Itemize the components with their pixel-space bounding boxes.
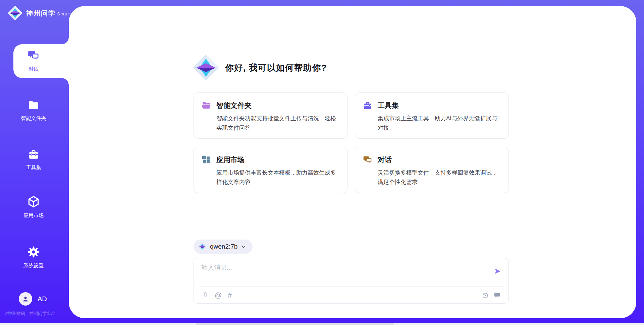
card-toolset[interactable]: 工具集 集成市场上主流工具，助力AI与外界无缝扩展与对接 [355,92,509,139]
sidebar-item-smart-folder[interactable]: 智能文件夹 [0,100,67,122]
toolbox-icon [363,101,373,110]
message-composer: @ # [194,258,509,304]
person-icon [21,295,30,303]
copyright: ©神州数码 · 神州问学出品 [5,311,68,317]
send-icon[interactable] [494,267,501,275]
brand-title: 神州问学 [26,9,56,17]
user-name: AD [38,295,47,303]
assistant-diamond-logo-icon [192,54,220,81]
chevron-down-icon [241,244,247,250]
scrollbar-thumb[interactable] [196,323,394,325]
brand-diamond-logo-icon [7,5,23,21]
sidebar-item-toolset[interactable]: 工具集 [0,149,67,171]
sidebar-item-label: 智能文件夹 [0,115,67,122]
model-diamond-logo-icon [198,242,207,251]
chat-bubbles-icon [363,155,373,165]
apps-grid-icon [201,155,211,165]
sidebar-item-label: 应用市场 [0,212,67,219]
card-app-market[interactable]: 应用市场 应用市场提供丰富长文本模板，助力高效生成多样化文章内容 [194,147,347,193]
sidebar-item-chat[interactable]: 对话 [0,50,67,72]
mention-icon[interactable]: @ [215,291,222,299]
greeting: 你好, 我可以如何帮助你? [192,54,327,81]
message-input[interactable] [201,263,486,283]
main-panel: 你好, 我可以如何帮助你? 智能文件夹 智能文件夹功能支持批量文件上传与清洗，轻… [69,6,636,318]
composer-divider [199,286,503,287]
model-name: qwen2:7b [210,243,237,250]
card-title: 工具集 [378,101,399,110]
active-tab-fillet-bottom [62,78,69,85]
feature-cards: 智能文件夹 智能文件夹功能支持批量文件上传与清洗，轻松实现文件问答 工具集 [194,92,509,193]
user-account[interactable]: AD [19,292,47,306]
gear-icon [27,246,40,258]
card-description: 灵活切换多模型文件，支持多样回复效果调试，满足个性化需求 [378,168,500,187]
comment-icon[interactable] [494,292,500,299]
card-title: 对话 [378,155,392,165]
card-description: 集成市场上主流工具，助力AI与外界无缝扩展与对接 [378,114,500,132]
folder-open-icon [201,101,211,110]
sidebar-item-label: 系统设置 [0,263,67,269]
composer-toolbar: @ # [202,291,500,300]
sidebar-item-app-market[interactable]: 应用市场 [0,195,67,219]
cube-icon [27,195,40,208]
toolbox-icon [28,149,40,160]
greeting-title: 你好, 我可以如何帮助你? [225,62,327,74]
active-tab-fillet-top [62,38,69,44]
history-icon[interactable] [482,292,489,299]
card-description: 应用市场提供丰富长文本模板，助力高效生成多样化文章内容 [216,168,338,187]
card-chat[interactable]: 对话 灵活切换多模型文件，支持多样回复效果调试，满足个性化需求 [355,147,509,193]
hashtag-icon[interactable]: # [228,291,232,299]
avatar [19,292,32,306]
horizontal-scrollbar[interactable] [0,323,644,325]
model-selector[interactable]: qwen2:7b [194,240,253,254]
sidebar-item-label: 对话 [0,66,67,72]
card-title: 应用市场 [216,155,245,165]
paperclip-icon[interactable] [202,291,209,299]
card-smart-folder[interactable]: 智能文件夹 智能文件夹功能支持批量文件上传与清洗，轻松实现文件问答 [194,92,347,139]
chat-bubbles-icon [27,50,40,62]
folder-icon [28,100,40,111]
sidebar-item-settings[interactable]: 系统设置 [0,246,67,269]
card-title: 智能文件夹 [216,101,252,110]
card-description: 智能文件夹功能支持批量文件上传与清洗，轻松实现文件问答 [216,114,338,132]
sidebar-item-label: 工具集 [0,165,67,171]
